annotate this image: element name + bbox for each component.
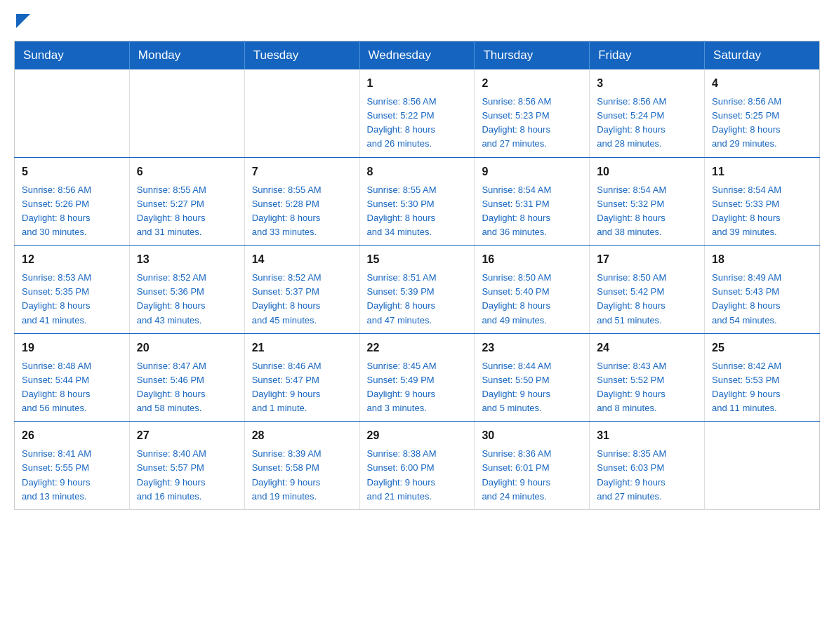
calendar-cell: 18Sunrise: 8:49 AM Sunset: 5:43 PM Dayli… <box>705 246 820 334</box>
day-number: 31 <box>597 427 697 444</box>
logo-triangle-icon <box>16 14 30 28</box>
calendar-cell: 30Sunrise: 8:36 AM Sunset: 6:01 PM Dayli… <box>475 422 590 510</box>
day-info: Sunrise: 8:53 AM Sunset: 5:35 PM Dayligh… <box>22 271 122 328</box>
calendar-cell: 20Sunrise: 8:47 AM Sunset: 5:46 PM Dayli… <box>129 333 244 422</box>
calendar-table: SundayMondayTuesdayWednesdayThursdayFrid… <box>14 41 820 510</box>
day-info: Sunrise: 8:40 AM Sunset: 5:57 PM Dayligh… <box>137 447 237 504</box>
calendar-cell: 12Sunrise: 8:53 AM Sunset: 5:35 PM Dayli… <box>15 246 130 334</box>
day-info: Sunrise: 8:50 AM Sunset: 5:40 PM Dayligh… <box>482 271 582 328</box>
day-number: 9 <box>482 163 582 180</box>
day-info: Sunrise: 8:39 AM Sunset: 5:58 PM Dayligh… <box>252 447 352 504</box>
day-number: 16 <box>482 251 582 268</box>
calendar-cell <box>244 69 359 157</box>
day-info: Sunrise: 8:56 AM Sunset: 5:23 PM Dayligh… <box>482 95 582 152</box>
calendar-week-1: 1Sunrise: 8:56 AM Sunset: 5:22 PM Daylig… <box>15 69 820 157</box>
day-info: Sunrise: 8:52 AM Sunset: 5:37 PM Dayligh… <box>252 271 352 328</box>
day-info: Sunrise: 8:55 AM Sunset: 5:30 PM Dayligh… <box>367 183 468 240</box>
calendar-cell: 13Sunrise: 8:52 AM Sunset: 5:36 PM Dayli… <box>129 246 244 334</box>
day-info: Sunrise: 8:43 AM Sunset: 5:52 PM Dayligh… <box>597 359 697 416</box>
calendar-cell: 9Sunrise: 8:54 AM Sunset: 5:31 PM Daylig… <box>475 157 590 246</box>
calendar-cell: 10Sunrise: 8:54 AM Sunset: 5:32 PM Dayli… <box>590 157 705 246</box>
day-number: 14 <box>252 251 352 268</box>
day-number: 23 <box>482 340 582 356</box>
day-number: 17 <box>597 251 697 268</box>
day-info: Sunrise: 8:42 AM Sunset: 5:53 PM Dayligh… <box>712 359 812 416</box>
calendar-cell: 4Sunrise: 8:56 AM Sunset: 5:25 PM Daylig… <box>705 69 820 157</box>
calendar-cell: 2Sunrise: 8:56 AM Sunset: 5:23 PM Daylig… <box>475 69 590 157</box>
calendar-cell: 19Sunrise: 8:48 AM Sunset: 5:44 PM Dayli… <box>15 333 130 422</box>
day-header-tuesday: Tuesday <box>244 41 359 70</box>
day-number: 24 <box>597 340 697 356</box>
svg-marker-0 <box>16 14 30 28</box>
calendar-cell: 26Sunrise: 8:41 AM Sunset: 5:55 PM Dayli… <box>15 422 130 510</box>
day-info: Sunrise: 8:54 AM Sunset: 5:31 PM Dayligh… <box>482 183 582 240</box>
day-number: 27 <box>137 427 237 444</box>
day-info: Sunrise: 8:55 AM Sunset: 5:28 PM Dayligh… <box>252 183 352 240</box>
day-number: 5 <box>22 163 122 180</box>
day-info: Sunrise: 8:44 AM Sunset: 5:50 PM Dayligh… <box>482 359 582 416</box>
day-number: 6 <box>137 163 237 180</box>
calendar-week-2: 5Sunrise: 8:56 AM Sunset: 5:26 PM Daylig… <box>15 157 820 246</box>
day-number: 1 <box>367 75 468 92</box>
page-header <box>14 14 820 27</box>
day-number: 3 <box>597 75 697 92</box>
day-number: 13 <box>137 251 237 268</box>
day-number: 8 <box>367 163 468 180</box>
day-header-wednesday: Wednesday <box>359 41 475 70</box>
calendar-cell: 28Sunrise: 8:39 AM Sunset: 5:58 PM Dayli… <box>244 422 359 510</box>
day-info: Sunrise: 8:54 AM Sunset: 5:32 PM Dayligh… <box>597 183 697 240</box>
day-info: Sunrise: 8:45 AM Sunset: 5:49 PM Dayligh… <box>367 359 468 416</box>
day-number: 19 <box>22 340 122 356</box>
calendar-cell: 29Sunrise: 8:38 AM Sunset: 6:00 PM Dayli… <box>359 422 475 510</box>
day-info: Sunrise: 8:55 AM Sunset: 5:27 PM Dayligh… <box>137 183 237 240</box>
calendar-cell: 15Sunrise: 8:51 AM Sunset: 5:39 PM Dayli… <box>359 246 475 334</box>
day-info: Sunrise: 8:36 AM Sunset: 6:01 PM Dayligh… <box>482 447 582 504</box>
calendar-week-5: 26Sunrise: 8:41 AM Sunset: 5:55 PM Dayli… <box>15 422 820 510</box>
calendar-week-3: 12Sunrise: 8:53 AM Sunset: 5:35 PM Dayli… <box>15 246 820 334</box>
calendar-cell <box>705 422 820 510</box>
day-info: Sunrise: 8:48 AM Sunset: 5:44 PM Dayligh… <box>22 359 122 416</box>
calendar-cell: 1Sunrise: 8:56 AM Sunset: 5:22 PM Daylig… <box>359 69 475 157</box>
day-number: 11 <box>712 163 812 180</box>
calendar-cell: 25Sunrise: 8:42 AM Sunset: 5:53 PM Dayli… <box>705 333 820 422</box>
calendar-body: 1Sunrise: 8:56 AM Sunset: 5:22 PM Daylig… <box>15 69 820 509</box>
day-info: Sunrise: 8:50 AM Sunset: 5:42 PM Dayligh… <box>597 271 697 328</box>
day-header-friday: Friday <box>590 41 705 70</box>
day-number: 26 <box>22 427 122 444</box>
day-info: Sunrise: 8:46 AM Sunset: 5:47 PM Dayligh… <box>252 359 352 416</box>
day-number: 22 <box>367 340 468 356</box>
calendar-cell: 31Sunrise: 8:35 AM Sunset: 6:03 PM Dayli… <box>590 422 705 510</box>
day-info: Sunrise: 8:56 AM Sunset: 5:22 PM Dayligh… <box>367 95 468 152</box>
day-info: Sunrise: 8:56 AM Sunset: 5:26 PM Dayligh… <box>22 183 122 240</box>
day-info: Sunrise: 8:38 AM Sunset: 6:00 PM Dayligh… <box>367 447 468 504</box>
day-number: 2 <box>482 75 582 92</box>
calendar-cell <box>129 69 244 157</box>
calendar-cell: 16Sunrise: 8:50 AM Sunset: 5:40 PM Dayli… <box>475 246 590 334</box>
calendar-cell: 14Sunrise: 8:52 AM Sunset: 5:37 PM Dayli… <box>244 246 359 334</box>
day-number: 28 <box>252 427 352 444</box>
calendar-cell: 7Sunrise: 8:55 AM Sunset: 5:28 PM Daylig… <box>244 157 359 246</box>
day-info: Sunrise: 8:51 AM Sunset: 5:39 PM Dayligh… <box>367 271 468 328</box>
day-number: 21 <box>252 340 352 356</box>
day-info: Sunrise: 8:47 AM Sunset: 5:46 PM Dayligh… <box>137 359 237 416</box>
calendar-cell: 22Sunrise: 8:45 AM Sunset: 5:49 PM Dayli… <box>359 333 475 422</box>
day-number: 4 <box>712 75 812 92</box>
day-info: Sunrise: 8:35 AM Sunset: 6:03 PM Dayligh… <box>597 447 697 504</box>
day-number: 20 <box>137 340 237 356</box>
calendar-week-4: 19Sunrise: 8:48 AM Sunset: 5:44 PM Dayli… <box>15 333 820 422</box>
day-number: 18 <box>712 251 812 268</box>
calendar-cell: 24Sunrise: 8:43 AM Sunset: 5:52 PM Dayli… <box>590 333 705 422</box>
day-number: 7 <box>252 163 352 180</box>
day-info: Sunrise: 8:49 AM Sunset: 5:43 PM Dayligh… <box>712 271 812 328</box>
calendar-cell <box>15 69 130 157</box>
day-header-sunday: Sunday <box>15 41 130 70</box>
calendar-cell: 27Sunrise: 8:40 AM Sunset: 5:57 PM Dayli… <box>129 422 244 510</box>
day-info: Sunrise: 8:52 AM Sunset: 5:36 PM Dayligh… <box>137 271 237 328</box>
day-header-monday: Monday <box>129 41 244 70</box>
day-number: 30 <box>482 427 582 444</box>
day-info: Sunrise: 8:54 AM Sunset: 5:33 PM Dayligh… <box>712 183 812 240</box>
day-number: 10 <box>597 163 697 180</box>
logo <box>14 14 30 27</box>
day-info: Sunrise: 8:56 AM Sunset: 5:24 PM Dayligh… <box>597 95 697 152</box>
calendar-header: SundayMondayTuesdayWednesdayThursdayFrid… <box>15 41 820 70</box>
